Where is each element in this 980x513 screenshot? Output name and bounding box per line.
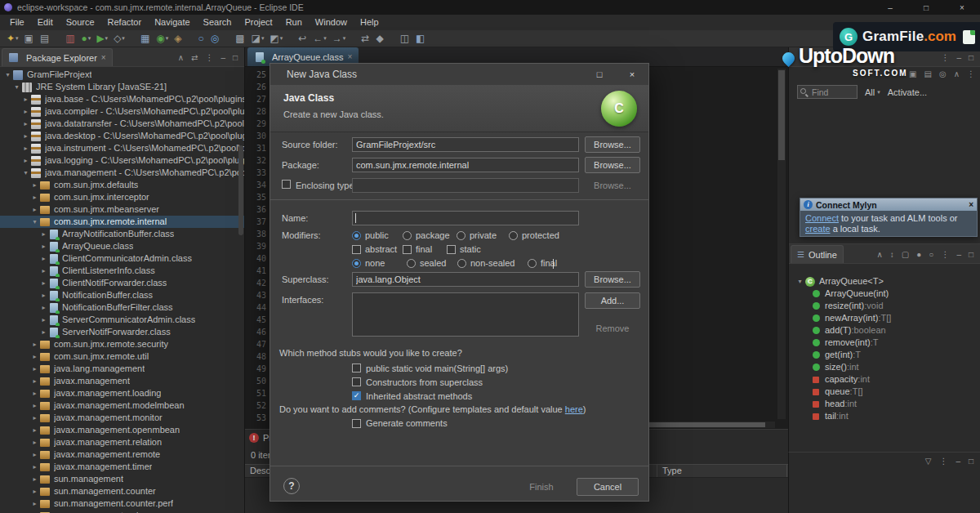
tree-row[interactable]: ▸ sun.management.counter bbox=[0, 485, 244, 497]
window-maximize-button[interactable]: □ bbox=[908, 0, 944, 15]
hide-static-members-icon[interactable]: ● bbox=[916, 250, 921, 259]
tree-row[interactable]: ▸ com.sun.jmx.defaults bbox=[0, 179, 244, 191]
menu-item[interactable]: Navigate bbox=[148, 15, 196, 30]
modifier-option[interactable]: public bbox=[352, 230, 403, 241]
toolbar-button[interactable]: ◉ ▾ bbox=[154, 31, 170, 46]
expand-arrow-icon[interactable]: ▸ bbox=[30, 363, 39, 375]
menu-item[interactable]: Help bbox=[354, 15, 385, 30]
outline-member-row[interactable]: newArray(int) : T[] bbox=[789, 312, 980, 324]
toolbar-button[interactable]: ▩ bbox=[234, 31, 247, 46]
tree-row[interactable]: ▸ javax.management.loading bbox=[0, 387, 244, 399]
minimize-view-icon[interactable]: – bbox=[956, 457, 960, 466]
tree-row[interactable]: ▸ NotificationBufferFilter.class bbox=[0, 301, 244, 314]
modifier-option[interactable]: static bbox=[447, 243, 481, 255]
superclass-field[interactable] bbox=[352, 272, 579, 287]
maximize-view-icon[interactable]: □ bbox=[969, 53, 973, 62]
expand-arrow-icon[interactable]: ▸ bbox=[30, 448, 39, 461]
tree-row[interactable]: ▸ javax.management.remote bbox=[0, 448, 244, 461]
expand-arrow-icon[interactable]: ▸ bbox=[39, 326, 48, 338]
tree-row[interactable]: ▸ javax.management bbox=[0, 375, 244, 387]
toolbar-button[interactable]: ◫ bbox=[399, 31, 412, 46]
view-menu-icon[interactable]: ⋮ bbox=[939, 457, 947, 466]
window-minimize-button[interactable]: – bbox=[872, 0, 908, 15]
method-stub-option[interactable]: Constructors from superclass bbox=[352, 375, 508, 389]
tree-row[interactable]: ▸ java.base - C:\Users\MohamedPC\.p2\poo… bbox=[0, 93, 244, 105]
minimize-view-icon[interactable]: – bbox=[220, 53, 225, 62]
method-stub-option[interactable]: Inherited abstract methods bbox=[352, 389, 508, 403]
expand-arrow-icon[interactable]: ▸ bbox=[30, 350, 39, 363]
expand-arrow-icon[interactable]: ▸ bbox=[30, 497, 39, 510]
method-stub-option[interactable]: public static void main(String[] args) bbox=[352, 361, 508, 375]
enclosing-type-field[interactable] bbox=[352, 178, 579, 193]
outline-root-row[interactable]: ▾ ArrayQueue<T> bbox=[789, 275, 980, 288]
tree-row[interactable]: ▸ com.sun.jmx.mbeanserver bbox=[0, 203, 244, 216]
package-explorer-scrollbar-thumb[interactable] bbox=[238, 145, 243, 235]
window-close-button[interactable]: × bbox=[944, 0, 980, 15]
expand-arrow-icon[interactable]: ▸ bbox=[30, 424, 39, 436]
expand-arrow-icon[interactable]: ▸ bbox=[39, 265, 48, 277]
tree-row[interactable]: ▸ com.sun.jmx.interceptor bbox=[0, 191, 244, 203]
outline-member-row[interactable]: add(T) : boolean bbox=[789, 324, 980, 337]
tree-row[interactable]: ▸ ClientNotifForwarder.class bbox=[0, 277, 244, 289]
mylyn-close-icon[interactable]: × bbox=[969, 200, 973, 209]
tree-row[interactable]: ▸ com.sun.jmx.remote.security bbox=[0, 338, 244, 350]
tree-row[interactable]: ▸ ClientCommunicatorAdmin.class bbox=[0, 252, 244, 265]
modifier-option[interactable]: package bbox=[403, 230, 457, 241]
tree-row[interactable]: ▸ sun.management.counter.perf bbox=[0, 497, 244, 510]
dialog-titlebar[interactable]: New Java Class □ × bbox=[270, 64, 648, 85]
cancel-button[interactable]: Cancel bbox=[577, 478, 639, 496]
expand-arrow-icon[interactable]: ▸ bbox=[21, 130, 30, 142]
outline-member-row[interactable]: ArrayQueue(int) bbox=[789, 288, 980, 300]
outline-member-row[interactable]: remove(int) : T bbox=[789, 337, 980, 349]
toolbar-button[interactable]: ● ▾ bbox=[80, 31, 93, 46]
outline-member-row[interactable]: tail : int bbox=[789, 410, 980, 422]
source-folder-field[interactable] bbox=[352, 137, 579, 152]
expand-arrow-icon[interactable]: ▸ bbox=[39, 301, 48, 314]
expand-arrow-icon[interactable]: ▾ bbox=[21, 167, 30, 179]
outline-member-row[interactable]: size() : int bbox=[789, 361, 980, 373]
outline-member-row[interactable]: resize(int) : void bbox=[789, 300, 980, 312]
source-folder-browse-button[interactable]: Browse... bbox=[585, 136, 640, 153]
expand-arrow-icon[interactable]: ▾ bbox=[12, 81, 21, 93]
expand-arrow-icon[interactable]: ▸ bbox=[39, 228, 48, 240]
tree-row[interactable]: ▸ java.datatransfer - C:\Users\MohamedPC… bbox=[0, 118, 244, 130]
toolbar-button[interactable]: ◆ bbox=[374, 31, 385, 46]
collapse-all-icon[interactable]: ∧ bbox=[954, 69, 960, 78]
tree-row[interactable]: ▸ javax.management.relation bbox=[0, 436, 244, 448]
minimize-view-icon[interactable]: – bbox=[956, 53, 961, 62]
modifier-option[interactable]: non-sealed bbox=[457, 257, 528, 269]
toolbar-button[interactable]: ▦ bbox=[139, 31, 152, 46]
tree-row[interactable]: ▾ java.management - C:\Users\MohamedPC\.… bbox=[0, 167, 244, 179]
view-menu-icon[interactable]: ⋮ bbox=[205, 53, 213, 62]
toolbar-button[interactable]: ← ▾ bbox=[311, 31, 328, 46]
modifier-option[interactable]: abstract bbox=[352, 243, 403, 255]
expand-arrow-icon[interactable]: ▸ bbox=[39, 289, 48, 301]
expand-arrow-icon[interactable]: ▸ bbox=[30, 179, 39, 191]
tree-row[interactable]: ▸ ArrayQueue.class bbox=[0, 240, 244, 252]
filter-icon[interactable]: ▽ bbox=[925, 457, 932, 466]
expand-arrow-icon[interactable]: ▾ bbox=[795, 275, 804, 288]
toolbar-button[interactable]: ▤ bbox=[38, 31, 51, 46]
toolbar-button[interactable]: ○ bbox=[196, 31, 206, 46]
toolbar-button[interactable]: ▣ bbox=[23, 31, 36, 46]
toolbar-button[interactable]: ◩ ▾ bbox=[268, 31, 284, 46]
hide-non-public-members-icon[interactable]: ○ bbox=[929, 250, 933, 259]
enclosing-type-checkbox[interactable] bbox=[282, 180, 291, 189]
tree-row[interactable]: ▸ javax.management.timer bbox=[0, 461, 244, 473]
expand-arrow-icon[interactable]: ▸ bbox=[30, 510, 39, 513]
expand-arrow-icon[interactable]: ▸ bbox=[21, 105, 30, 118]
tab-close-icon[interactable]: × bbox=[101, 53, 106, 62]
toolbar-button[interactable]: → ▾ bbox=[331, 31, 348, 46]
expand-arrow-icon[interactable]: ▸ bbox=[21, 154, 30, 167]
tree-row[interactable]: ▸ ServerNotifForwarder.class bbox=[0, 326, 244, 338]
toolbar-button[interactable]: ◇ ▾ bbox=[112, 31, 127, 46]
expand-arrow-icon[interactable]: ▸ bbox=[21, 93, 30, 105]
maximize-view-icon[interactable]: □ bbox=[233, 53, 238, 62]
connect-link[interactable]: Connect bbox=[805, 213, 839, 223]
toolbar-button[interactable]: ✦ ▾ bbox=[5, 31, 20, 46]
modifier-option[interactable]: final bbox=[403, 243, 447, 255]
expand-arrow-icon[interactable]: ▾ bbox=[3, 69, 12, 81]
help-button[interactable]: ? bbox=[283, 478, 300, 494]
modifier-option[interactable]: protected bbox=[509, 230, 559, 241]
toolbar-button[interactable]: ◈ bbox=[172, 31, 184, 46]
